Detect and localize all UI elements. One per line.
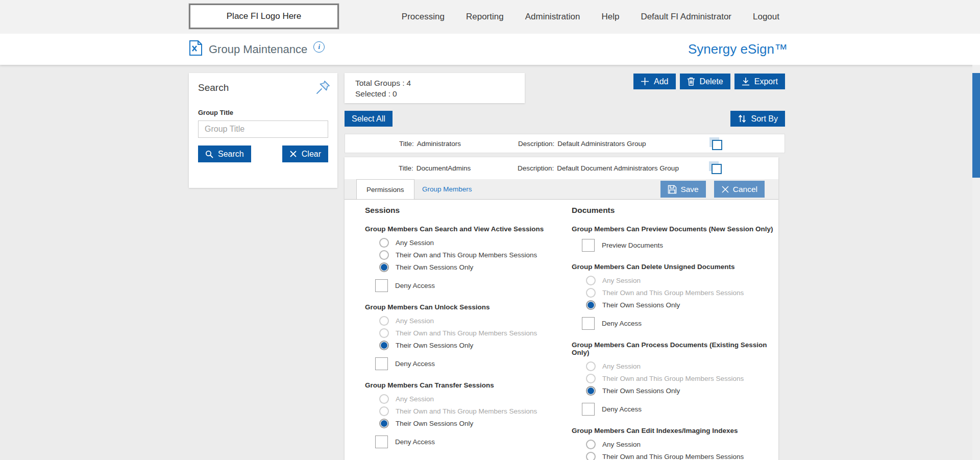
radio-option: Their Own and This Group Members Session… (379, 405, 564, 417)
radio-button[interactable] (379, 328, 389, 338)
checkbox-option: Deny Access (582, 316, 773, 331)
group-row-documentadmins[interactable]: Title: DocumentAdmins Description: Defau… (345, 157, 778, 179)
checkbox-option: Preview Documents (582, 237, 773, 253)
nav-item-help[interactable]: Help (601, 12, 619, 22)
select-group-checkbox[interactable] (709, 137, 723, 151)
pin-icon[interactable] (315, 79, 331, 95)
checkbox[interactable] (375, 357, 388, 370)
group-detail-card: Title: DocumentAdmins Description: Defau… (345, 157, 778, 460)
group-row-administrators[interactable]: Title: Administrators Description: Defau… (345, 134, 785, 153)
info-icon[interactable]: i (313, 41, 325, 53)
tab-permissions[interactable]: Permissions (356, 179, 414, 199)
page-header: Group Maintenance i Synergy eSign™ (0, 34, 980, 65)
trash-icon (687, 77, 695, 86)
search-button[interactable]: Search (198, 146, 251, 162)
export-button[interactable]: Export (734, 74, 785, 89)
option-label: Their Own Sessions Only (602, 301, 680, 309)
option-label: Their Own and This Group Members Session… (602, 375, 744, 382)
radio-button[interactable] (379, 262, 389, 272)
vertical-scrollbar[interactable] (972, 65, 980, 460)
permission-group-title: Group Members Can Unlock Sessions (365, 303, 564, 311)
permission-group: Group Members Can Transfer SessionsAny S… (365, 381, 564, 449)
description-label: Description: (518, 140, 554, 148)
title-label: Title: (399, 164, 413, 172)
radio-button[interactable] (586, 300, 596, 310)
option-label: Deny Access (395, 438, 435, 446)
radio-button[interactable] (379, 394, 389, 404)
permission-group-title: Group Members Can Transfer Sessions (365, 381, 564, 389)
clear-x-icon (289, 150, 297, 158)
radio-button[interactable] (379, 341, 389, 350)
checkbox[interactable] (582, 239, 595, 252)
radio-button[interactable] (586, 374, 596, 383)
column-heading: Documents (572, 206, 773, 215)
clear-button[interactable]: Clear (282, 146, 328, 162)
selected-value: 0 (393, 89, 397, 98)
radio-option: Their Own and This Group Members Session… (586, 286, 773, 299)
radio-option: Their Own Sessions Only (586, 384, 773, 397)
main-area: Search Group Title Search (0, 65, 980, 460)
option-label: Their Own and This Group Members Session… (602, 453, 744, 460)
page-title: Group Maintenance (209, 43, 307, 56)
permissions-column-sessions: SessionsGroup Members Can Search and Vie… (365, 206, 564, 460)
group-title-value: DocumentAdmins (416, 164, 471, 172)
nav-item-processing[interactable]: Processing (402, 12, 445, 22)
option-label: Their Own and This Group Members Session… (602, 289, 744, 297)
permission-group: Group Members Can Process Documents (Exi… (572, 341, 773, 417)
radio-button[interactable] (586, 386, 596, 396)
group-maintenance-icon (189, 40, 203, 58)
group-title-input[interactable] (198, 120, 328, 138)
radio-button[interactable] (586, 440, 596, 449)
option-label: Their Own Sessions Only (396, 420, 473, 427)
radio-button[interactable] (586, 288, 596, 298)
radio-button[interactable] (586, 361, 596, 371)
permissions-column-documents: DocumentsGroup Members Can Preview Docum… (572, 206, 773, 460)
radio-option: Any Session (586, 438, 773, 450)
option-label: Their Own Sessions Only (396, 342, 473, 349)
radio-button[interactable] (379, 316, 389, 326)
plus-icon (641, 77, 649, 86)
selected-line: Selected :0 (355, 88, 514, 99)
scrollbar-thumb[interactable] (972, 73, 980, 178)
save-button[interactable]: Save (660, 181, 705, 198)
summary-card: Total Groups :4 Selected :0 (345, 73, 525, 103)
nav-item-logout[interactable]: Logout (753, 12, 779, 22)
nav-item-user[interactable]: Default FI Administrator (641, 12, 731, 22)
search-icon (205, 150, 213, 158)
sort-by-button[interactable]: Sort By (730, 111, 785, 127)
group-description-value: Default Document Administrators Group (557, 164, 679, 172)
radio-button[interactable] (379, 238, 389, 248)
description-label: Description: (518, 164, 554, 172)
select-all-button[interactable]: Select All (345, 111, 393, 127)
checkbox[interactable] (375, 435, 388, 448)
nav-item-reporting[interactable]: Reporting (466, 12, 504, 22)
select-group-checkbox[interactable] (709, 161, 723, 175)
checkbox[interactable] (582, 403, 595, 416)
radio-option: Any Session (379, 236, 564, 249)
checkbox-option: Deny Access (375, 278, 564, 293)
option-label: Their Own and This Group Members Session… (396, 329, 537, 337)
nav-item-administration[interactable]: Administration (525, 12, 580, 22)
radio-button[interactable] (379, 250, 389, 260)
radio-option: Any Session (586, 274, 773, 286)
checkbox-option: Deny Access (375, 356, 564, 371)
add-button[interactable]: Add (633, 74, 675, 89)
top-bar: Place FI Logo Here Processing Reporting … (0, 0, 980, 34)
checkbox[interactable] (582, 317, 595, 330)
option-label: Deny Access (395, 282, 435, 289)
delete-button[interactable]: Delete (680, 74, 730, 89)
permission-group: Group Members Can Search and View Active… (365, 225, 564, 293)
permission-group: Group Members Can Preview Documents (New… (572, 225, 773, 253)
radio-option: Any Session (586, 360, 773, 372)
radio-option: Their Own Sessions Only (379, 261, 564, 273)
checkbox[interactable] (375, 279, 388, 292)
radio-button[interactable] (379, 419, 389, 428)
fi-logo-placeholder[interactable]: Place FI Logo Here (189, 4, 339, 29)
tab-group-members[interactable]: Group Members (412, 179, 482, 199)
cancel-button[interactable]: Cancel (714, 181, 765, 198)
radio-button[interactable] (586, 276, 596, 285)
radio-button[interactable] (379, 406, 389, 416)
radio-button[interactable] (586, 452, 596, 460)
search-panel-title: Search (198, 82, 328, 93)
permission-group-title: Group Members Can Delete Unsigned Docume… (572, 263, 773, 271)
